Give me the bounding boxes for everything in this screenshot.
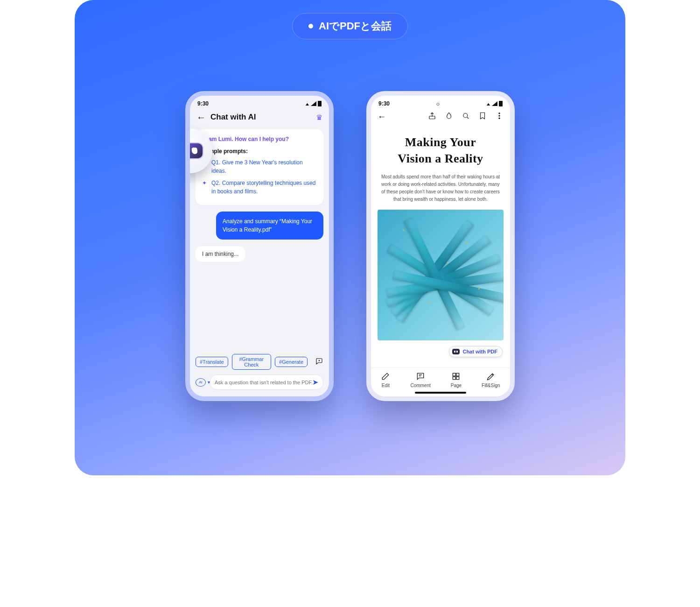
robot-eye-icon [191,148,197,154]
status-icons [305,100,322,107]
input-bar: AI ➤ [190,374,329,396]
app-bar: ← Chat with AI ♛ [190,109,329,127]
nav-page-label: Page [451,383,462,388]
samples-label: Sample prompts: [202,147,317,155]
back-icon[interactable]: ← [378,112,386,122]
chat-input[interactable] [215,380,312,385]
svg-point-4 [499,118,500,119]
phone-chat: 9:30 ← Chat with AI ♛ ! I am Lumi. How c… [185,91,334,401]
header-pill-text: AIでPDFと会話 [319,19,392,33]
sample-prompt-1[interactable]: ✦ Q1. Give me 3 New Year's resolution id… [202,158,317,175]
document-paragraph: Most adults spend more than half of thei… [380,173,501,203]
phone-pdf: 9:30 ☼ ← Ma [366,91,515,401]
status-bar: 9:30 ☼ [371,96,510,109]
nav-edit[interactable]: Edit [381,372,390,388]
robot-icon [452,349,460,354]
page-title: Chat with AI [210,113,256,122]
svg-rect-7 [453,377,456,380]
sample-prompt-1-text: Q1. Give me 3 New Year's resolution idea… [211,158,317,175]
nav-edit-label: Edit [382,383,390,388]
signal-icon [492,101,497,106]
user-message: Analyze and summary “Making Your Vision … [216,212,323,240]
status-icons [486,100,503,107]
ai-thinking: I am thinking... [196,246,245,262]
bottom-nav: Edit Comment Page Fill&Sign [371,367,510,396]
ai-greeting: ! I am Lumi. How can I help you? [202,135,317,143]
nav-fill-sign[interactable]: Fill&Sign [482,372,500,388]
nav-comment[interactable]: Comment [410,372,430,388]
document-image [378,210,504,340]
ai-mode-toggle[interactable]: AI [196,378,206,387]
battery-icon [499,101,503,106]
signal-icon [311,101,316,106]
send-icon[interactable]: ➤ [312,378,318,387]
share-icon[interactable] [428,112,436,122]
back-icon[interactable]: ← [196,113,206,122]
bookmark-icon[interactable] [478,112,487,122]
pdf-toolbar: ← [371,109,510,126]
robot-eye-icon [185,148,189,154]
chat-input-pill[interactable]: ➤ [210,374,323,390]
sparkle-icon: ✦ [202,179,208,196]
wifi-icon [486,100,490,107]
ai-message: ! I am Lumi. How can I help you? Sample … [196,129,323,205]
chip-row: #Translate #Grammar Check #Generate [190,354,329,374]
nav-page[interactable]: Page [451,372,462,388]
home-indicator [415,392,466,394]
nav-comment-label: Comment [410,383,430,388]
battery-icon [318,101,322,106]
svg-rect-6 [456,373,459,376]
header-pill: AIでPDFと会話 [292,13,408,39]
svg-rect-5 [453,373,456,376]
sample-prompt-2[interactable]: ✦ Q2. Compare storytelling techniques us… [202,179,317,196]
status-time: 9:30 [197,100,209,107]
chip-grammar[interactable]: #Grammar Check [232,354,271,370]
new-chat-icon[interactable] [315,357,323,367]
crown-icon[interactable]: ♛ [316,113,322,122]
phones-row: 9:30 ← Chat with AI ♛ ! I am Lumi. How c… [75,91,625,401]
more-icon[interactable] [495,112,504,122]
status-time: 9:30 [378,100,390,107]
status-bar: 9:30 [190,96,329,109]
search-icon[interactable] [462,112,470,122]
document-content[interactable]: Making Your Vision a Reality Most adults… [371,126,510,210]
svg-rect-8 [456,377,459,380]
svg-point-2 [499,113,500,114]
chip-translate[interactable]: #Translate [196,357,228,367]
chat-body: ! I am Lumi. How can I help you? Sample … [190,127,329,354]
chat-with-pdf-label: Chat with PDF [462,349,497,354]
svg-point-3 [499,115,500,116]
ink-icon[interactable] [445,112,453,122]
ai-thinking-text: I am thinking... [202,251,238,257]
chip-generate[interactable]: #Generate [275,357,308,367]
nav-fill-label: Fill&Sign [482,383,500,388]
stage: AIでPDFと会話 9:30 ← [75,0,625,475]
robot-face-icon [185,142,203,159]
pill-dot-icon [308,24,313,28]
sample-prompt-2-text: Q2. Compare storytelling techniques used… [211,179,317,196]
document-title: Making Your Vision a Reality [380,134,501,167]
brightness-icon[interactable]: ☼ [435,100,441,107]
wifi-icon [305,100,309,107]
user-message-text: Analyze and summary “Making Your Vision … [223,218,312,233]
chat-with-pdf-button[interactable]: Chat with PDF [449,346,503,357]
svg-point-1 [463,113,468,118]
